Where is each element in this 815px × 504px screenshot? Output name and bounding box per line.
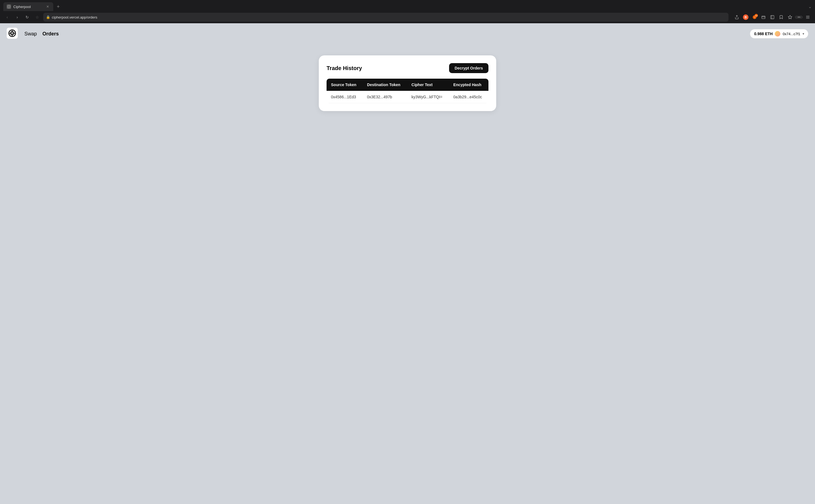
tab-close-button[interactable]: ✕ — [45, 4, 50, 9]
svg-marker-6 — [788, 15, 792, 19]
sidebar-icon[interactable] — [768, 13, 776, 21]
col-encrypted-hash: Encypted Hash — [449, 79, 488, 91]
svg-text:VPN: VPN — [798, 17, 800, 18]
table-header-row: Source Token Destination Token Cipher Te… — [327, 79, 488, 91]
svg-point-0 — [7, 5, 11, 8]
bookmark-button[interactable]: ☆ — [33, 13, 41, 21]
toolbar-icons: B ! 10 — [733, 13, 812, 21]
forward-button[interactable]: › — [13, 13, 21, 21]
nav-orders-link[interactable]: Orders — [40, 30, 61, 38]
svg-point-1 — [8, 6, 10, 7]
wallet-display[interactable]: 0.988 ETH 0x74...c7f1 ▾ — [750, 29, 808, 38]
svg-rect-5 — [771, 16, 774, 19]
source-token-cell: 0x4586...1Ed3 — [327, 91, 363, 103]
tab-title: Cipherpool — [13, 5, 43, 9]
wallet-extension-icon[interactable] — [760, 13, 767, 21]
tab-favicon — [7, 4, 11, 9]
table-body: 0x4586...1Ed3 0x3E32...497b ky3WyG...kFT… — [327, 91, 488, 103]
back-button[interactable]: ‹ — [3, 13, 11, 21]
address-bar-input[interactable] — [52, 15, 726, 19]
share-icon[interactable] — [733, 13, 741, 21]
eth-balance: 0.988 ETH — [754, 32, 773, 36]
col-source-token: Source Token — [327, 79, 363, 91]
trade-history-card: Trade History Decrypt Orders Source Toke… — [319, 55, 496, 111]
col-destination-token: Destination Token — [363, 79, 407, 91]
card-title: Trade History — [327, 65, 362, 71]
nav-swap-link[interactable]: Swap — [22, 30, 39, 38]
browser-chrome: Cipherpool ✕ + ⌄ ‹ › ↻ ☆ 🔒 B — [0, 0, 815, 23]
browser-tab-active[interactable]: Cipherpool ✕ — [3, 2, 53, 11]
ssl-lock-icon: 🔒 — [46, 15, 50, 19]
app-nav: Swap Orders — [22, 30, 61, 38]
decrypt-orders-button[interactable]: Decrypt Orders — [449, 63, 488, 73]
main-content: Trade History Decrypt Orders Source Toke… — [0, 44, 815, 122]
app-header: Swap Orders 0.988 ETH 0x74...c7f1 ▾ — [0, 23, 815, 44]
new-tab-button[interactable]: + — [54, 3, 62, 11]
card-header: Trade History Decrypt Orders — [327, 63, 488, 73]
cipher-text-cell: ky3WyG...kFTQI= — [407, 91, 449, 103]
app-wrapper: Swap Orders 0.988 ETH 0x74...c7f1 ▾ Trad… — [0, 23, 815, 504]
col-cipher-text: Cipher Text — [407, 79, 449, 91]
notification-icon[interactable]: ! 10 — [751, 13, 758, 21]
wallet-address: 0x74...c7f1 — [783, 32, 800, 36]
app-logo — [7, 28, 18, 40]
table-header: Source Token Destination Token Cipher Te… — [327, 79, 488, 91]
destination-token-cell: 0x3E32...497b — [363, 91, 407, 103]
tab-expand-button[interactable]: ⌄ — [808, 4, 812, 9]
brave-ai-icon[interactable] — [786, 13, 794, 21]
browser-toolbar: ‹ › ↻ ☆ 🔒 B ! 10 — [0, 11, 815, 23]
wallet-token-icon — [775, 31, 780, 37]
address-bar-container[interactable]: 🔒 — [43, 13, 729, 22]
table-row[interactable]: 0x4586...1Ed3 0x3E32...497b ky3WyG...kFT… — [327, 91, 488, 103]
reload-button[interactable]: ↻ — [23, 13, 31, 21]
trade-history-table: Source Token Destination Token Cipher Te… — [327, 79, 488, 103]
svg-rect-4 — [762, 16, 765, 19]
browser-tab-bar: Cipherpool ✕ + ⌄ — [0, 0, 815, 11]
vpn-icon[interactable]: VPN — [795, 13, 803, 21]
hamburger-menu-icon[interactable] — [804, 13, 812, 21]
bookmarks-icon[interactable] — [777, 13, 785, 21]
wallet-dropdown-arrow-icon: ▾ — [803, 32, 804, 36]
encrypted-hash-cell: 0a3b29...e45c0c — [449, 91, 488, 103]
notification-badge: 10 — [755, 14, 758, 17]
brave-shield-icon[interactable]: B — [742, 13, 750, 21]
